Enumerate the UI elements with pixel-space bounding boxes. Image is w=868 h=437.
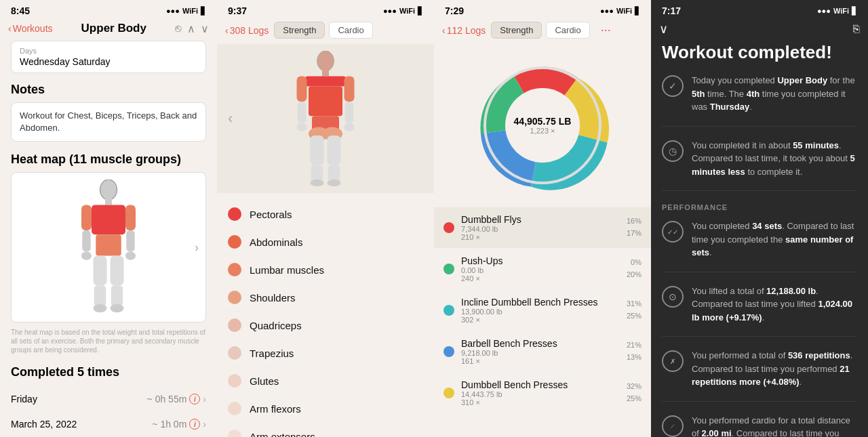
muscle-dot — [228, 374, 241, 388]
chevron-left-icon-2: ‹ — [225, 25, 229, 36]
completion-date-1: Friday — [11, 394, 37, 404]
phone-3-scroll[interactable]: 44,905.75 LB 1,223 × Dumbbell Flys 7,344… — [434, 44, 651, 437]
back-button-3[interactable]: ‹ 112 Logs — [442, 25, 486, 36]
exercise-name: Dumbbell Bench Presses — [461, 379, 620, 390]
days-label: Days — [20, 47, 197, 55]
strength-btn-2[interactable]: Strength — [274, 22, 325, 39]
strength-btn-3[interactable]: Strength — [491, 22, 542, 39]
stat-row-time: ◷ You completed it in about 55 minutes. … — [662, 139, 857, 192]
muscle-item[interactable]: Trapezius — [217, 339, 434, 367]
muscle-name: Shoulders — [250, 292, 296, 304]
muscle-dot — [228, 263, 241, 276]
exercise-list: Dumbbell Flys 7,344.00 lb210 × 16%17% Pu… — [434, 207, 651, 413]
info-icon-2[interactable]: i — [189, 419, 200, 430]
time-2: 9:37 — [228, 5, 247, 16]
exercise-dot — [443, 346, 454, 357]
battery-icon-3: ▋ — [635, 7, 640, 16]
muscle-item[interactable]: Abdominals — [217, 228, 434, 255]
battery-icon-4: ▋ — [852, 7, 857, 16]
muscle-dot — [228, 318, 241, 332]
more-icon-3[interactable]: ··· — [601, 23, 611, 37]
svg-point-25 — [297, 123, 307, 131]
stat-row-completion: ✓ Today you completed Upper Body for the… — [662, 74, 857, 127]
muscle-name: Abdominals — [250, 236, 302, 248]
exercise-info: Barbell Bench Presses 9,218.00 lb161 × — [461, 338, 620, 365]
exercise-item[interactable]: Barbell Bench Presses 9,218.00 lb161 × 2… — [434, 331, 651, 372]
exercise-details: 14,443.75 lb310 × — [461, 390, 620, 407]
back-button-2[interactable]: ‹ 308 Logs — [225, 25, 269, 36]
cardio-btn-3[interactable]: Cardio — [546, 22, 589, 39]
status-bar-4: 7:17 ●●● WiFi ▋ — [651, 0, 868, 19]
muscle-item[interactable]: Arm extensors — [217, 422, 434, 437]
muscle-item[interactable]: Lumbar muscles — [217, 255, 434, 283]
exercise-info: Incline Dumbbell Bench Presses 13,900.00… — [461, 297, 620, 324]
muscle-name: Arm extensors — [250, 431, 315, 438]
muscle-name: Pectorals — [250, 209, 292, 220]
donut-chart: 44,905.75 LB 1,223 × — [475, 58, 610, 193]
muscle-item[interactable]: Glutes — [217, 367, 434, 394]
heatmap-next-arrow[interactable]: › — [195, 241, 199, 255]
time-1: 8:45 — [11, 5, 30, 16]
phone-4: 7:17 ●●● WiFi ▋ ∨ ⎘ Workout completed! ✓… — [651, 0, 868, 437]
phone-4-scroll[interactable]: Workout completed! ✓ Today you completed… — [651, 42, 868, 437]
exercise-pct: 31%25% — [627, 298, 642, 322]
chevron-left-icon: ‹ — [8, 23, 12, 34]
svg-point-34 — [328, 180, 341, 186]
muscle-item[interactable]: Quadriceps — [217, 311, 434, 339]
signal-icon-4: ●●● — [817, 7, 831, 15]
back-body-svg — [281, 51, 370, 186]
body-heatmap-svg — [68, 180, 149, 315]
muscle-dot — [228, 402, 241, 415]
muscle-name: Lumbar muscles — [250, 264, 324, 276]
segment-buttons-3: Strength Cardio — [491, 22, 589, 39]
donut-center-count: 1,223 × — [514, 127, 572, 135]
exercise-name: Incline Dumbbell Bench Presses — [461, 297, 620, 308]
distance-icon: ⟋ — [662, 415, 684, 437]
share-icon-4[interactable]: ⎘ — [853, 23, 860, 35]
svg-rect-13 — [111, 286, 123, 307]
share-icon[interactable]: ⎋ — [175, 22, 182, 35]
cardio-btn-2[interactable]: Cardio — [329, 22, 372, 39]
svg-rect-7 — [126, 230, 135, 251]
phone-1-scroll[interactable]: Days Wednesday Saturday Notes Workout fo… — [0, 41, 217, 437]
chevron-down-icon[interactable]: ∨ — [201, 22, 209, 35]
back-button-1[interactable]: ‹ Workouts — [8, 23, 53, 34]
svg-rect-5 — [82, 230, 91, 251]
chevron-up-icon[interactable]: ∧ — [187, 22, 195, 35]
nav-bar-2: ‹ 308 Logs Strength Cardio — [217, 19, 434, 44]
signal-icon: ●●● — [166, 7, 180, 15]
svg-rect-11 — [111, 256, 124, 286]
svg-rect-19 — [309, 87, 342, 117]
svg-point-15 — [111, 304, 124, 313]
status-icons-2: ●●● WiFi ▋ — [383, 7, 423, 16]
exercise-info: Push-Ups 0.00 lb240 × — [461, 255, 620, 283]
exercise-item[interactable]: Push-Ups 0.00 lb240 × 0%20% — [434, 248, 651, 289]
muscle-item[interactable]: Arm flexors — [217, 394, 434, 422]
close-chevron-icon[interactable]: ∨ — [659, 22, 668, 37]
chevron-right-icon-1: › — [203, 394, 206, 404]
stat-row-sets: ✓✓ You completed 34 sets. Compared to la… — [662, 220, 857, 272]
status-icons-1: ●●● WiFi ▋ — [166, 7, 206, 16]
exercise-item[interactable]: Dumbbell Flys 7,344.00 lb210 × 16%17% — [434, 207, 651, 248]
svg-rect-1 — [105, 199, 112, 205]
exercise-info: Dumbbell Bench Presses 14,443.75 lb310 × — [461, 379, 620, 407]
muscle-item[interactable]: Shoulders — [217, 283, 434, 311]
time-4: 7:17 — [662, 5, 681, 16]
muscle-name: Arm flexors — [250, 403, 301, 415]
muscle-name: Quadriceps — [250, 320, 302, 331]
exercise-item[interactable]: Incline Dumbbell Bench Presses 13,900.00… — [434, 289, 651, 331]
svg-point-0 — [100, 180, 117, 200]
prev-arrow[interactable]: ‹ — [228, 110, 233, 127]
stat-text-5: You performed a total of 536 repetitions… — [692, 349, 857, 389]
svg-rect-21 — [297, 77, 307, 102]
muscle-item[interactable]: Pectorals — [217, 200, 434, 228]
notes-text: Workout for Chest, Biceps, Triceps, Back… — [20, 110, 197, 133]
svg-rect-23 — [344, 77, 355, 102]
workout-completed-title: Workout completed! — [662, 42, 857, 63]
exercise-details: 13,900.00 lb302 × — [461, 308, 620, 324]
info-icon-1[interactable]: i — [189, 394, 200, 404]
exercise-item[interactable]: Dumbbell Bench Presses 14,443.75 lb310 ×… — [434, 372, 651, 413]
phone-2-scroll[interactable]: ‹ — [217, 44, 434, 437]
exercise-pct: 0%20% — [627, 257, 642, 280]
exercise-details: 7,344.00 lb210 × — [461, 225, 620, 241]
